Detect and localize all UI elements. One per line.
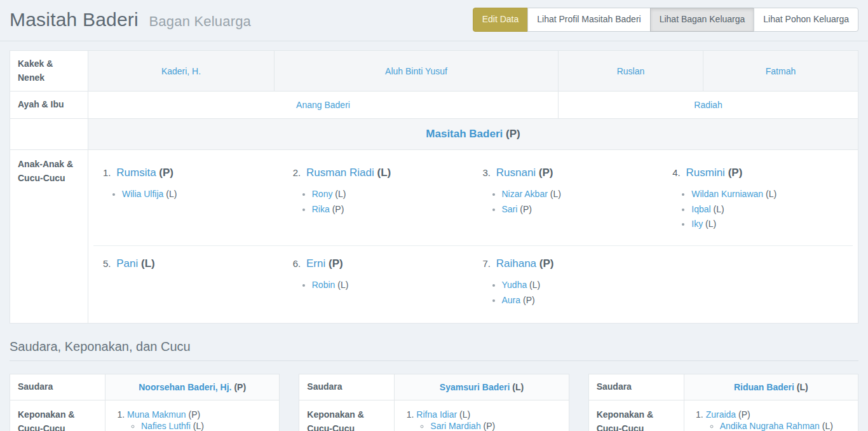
grandchild-gender: (L)	[337, 280, 348, 290]
grandchild-gender: (L)	[705, 219, 716, 229]
grandparent-cell: Aluh Binti Yusuf	[275, 50, 559, 91]
child-number: 4.	[672, 167, 681, 178]
grandchild-link[interactable]: Rika	[312, 204, 330, 214]
mother-link[interactable]: Radiah	[694, 100, 722, 110]
grandparent-cell: Ruslan	[559, 50, 703, 91]
child-name-link[interactable]: Rusnani	[496, 167, 536, 179]
grandchild-gender: (L)	[714, 204, 724, 214]
self-row: Masitah Baderi (P)	[10, 118, 858, 149]
view-family-chart-button[interactable]: Lihat Bagan Keluarga	[650, 8, 755, 32]
page-subtitle: Bagan Keluarga	[149, 13, 251, 29]
nephews-row: Keponakan & Cucu-Cucu Zuraida (P) Andika…	[588, 400, 858, 431]
grandchild-gender: (L)	[335, 189, 346, 199]
grandchild-gender: (L)	[529, 280, 540, 290]
nephew-link[interactable]: Rifna Idiar	[416, 409, 457, 420]
page-content: Kakek & Nenek Kaderi, H. Aluh Binti Yusu…	[0, 50, 868, 431]
view-profile-button[interactable]: Lihat Profil Masitah Baderi	[527, 8, 650, 32]
view-family-tree-button[interactable]: Lihat Pohon Keluarga	[754, 8, 858, 32]
parents-label: Ayah & Ibu	[10, 92, 88, 119]
child-gender: (L)	[377, 167, 391, 179]
nephew-link[interactable]: Zuraida	[706, 409, 736, 420]
child-block: 7. Raihana (P) Yudha (L) Aura (P)	[473, 246, 663, 313]
nephew-child-link[interactable]: Nafies Luthfi	[141, 421, 191, 431]
sibling-name-row: Saudara Syamsuri Baderi (L)	[299, 374, 569, 400]
child-name-link[interactable]: Rusmini	[686, 167, 725, 179]
child-gender: (L)	[141, 257, 155, 270]
sibling-label: Saudara	[10, 374, 105, 400]
grandchild-link[interactable]: Wilia Ulfija	[122, 189, 163, 199]
nephew-child-item: Sari Mardiah (P)	[430, 421, 563, 431]
child-heading: 2. Rusman Riadi (L)	[293, 167, 464, 179]
self-name-link[interactable]: Masitah Baderi	[426, 128, 503, 140]
grandchildren-list: Wilia Ulfija (L)	[103, 187, 274, 202]
sibling-name-cell: Riduan Baderi (L)	[684, 374, 858, 400]
nephews-row: Keponakan & Cucu-Cucu Rifna Idiar (L) Sa…	[299, 400, 569, 431]
self-gender: (P)	[506, 128, 520, 140]
nephew-child-item: Andika Nugraha Rahman (L)	[720, 421, 853, 431]
sibling-gender: (L)	[797, 382, 808, 392]
grandchild-link[interactable]: Sari	[502, 204, 518, 214]
sibling-name-cell: Syamsuri Baderi (L)	[395, 374, 569, 400]
child-block: 3. Rusnani (P) Nizar Akbar (L) Sari (	[473, 155, 663, 243]
child-heading: 3. Rusnani (P)	[483, 167, 654, 179]
grandchild-gender: (L)	[166, 189, 177, 199]
nephew-link[interactable]: Muna Makmun	[127, 409, 186, 420]
edit-data-button[interactable]: Edit Data	[473, 8, 529, 32]
child-block: 2. Rusman Riadi (L) Rony (L) Rika (P)	[283, 155, 473, 243]
child-heading: 5. Pani (L)	[103, 257, 274, 270]
sibling-name-link[interactable]: Riduan Baderi	[734, 382, 794, 392]
nephew-child-gender: (L)	[193, 421, 204, 431]
grandparents-row: Kakek & Nenek Kaderi, H. Aluh Binti Yusu…	[10, 50, 858, 91]
children-grid: 1. Rumsita (P) Wilia Ulfija (L)	[93, 155, 853, 313]
grandchild-link[interactable]: Rony	[312, 189, 333, 199]
grandchild-link[interactable]: Nizar Akbar	[502, 189, 548, 199]
nephews-cell: Zuraida (P) Andika Nugraha Rahman (L)	[684, 400, 858, 431]
nephew-gender: (P)	[188, 409, 200, 420]
child-block: 1. Rumsita (P) Wilia Ulfija (L)	[93, 155, 283, 243]
grandchildren-list: Nizar Akbar (L) Sari (P)	[483, 187, 654, 216]
grandchild-item: Iqbal (L)	[691, 202, 843, 217]
child-name-link[interactable]: Rumsita	[116, 167, 156, 179]
grandparent-link[interactable]: Kaderi, H.	[161, 66, 201, 76]
grandchild-gender: (P)	[523, 295, 535, 305]
grandchild-link[interactable]: Iky	[691, 219, 703, 229]
grandparent-link[interactable]: Aluh Binti Yusuf	[385, 66, 447, 76]
nephew-children-list: Andika Nugraha Rahman (L)	[706, 421, 853, 431]
child-name-link[interactable]: Raihana	[496, 257, 536, 270]
sibling-table: Saudara Riduan Baderi (L) Keponakan & Cu…	[588, 374, 858, 431]
nephew-child-gender: (P)	[484, 421, 496, 431]
child-heading: 1. Rumsita (P)	[103, 167, 274, 179]
grandchild-link[interactable]: Robin	[312, 280, 336, 290]
grandchild-link[interactable]: Aura	[502, 295, 521, 305]
sibling-name-link[interactable]: Syamsuri Baderi	[440, 382, 510, 392]
family-chart-table: Kakek & Nenek Kaderi, H. Aluh Binti Yusu…	[10, 50, 858, 324]
child-block: 4. Rusmini (P) Wildan Kurniawan (L) Iqba…	[663, 155, 853, 243]
grandchildren-list: Yudha (L) Aura (P)	[483, 278, 654, 307]
father-link[interactable]: Anang Baderi	[296, 100, 350, 110]
grandchild-gender: (P)	[332, 204, 344, 214]
child-gender: (P)	[539, 167, 553, 179]
grandchild-link[interactable]: Yudha	[502, 280, 527, 290]
child-gender: (P)	[539, 257, 554, 270]
child-block: 6. Erni (P) Robin (L)	[283, 246, 473, 313]
nephews-label: Keponakan & Cucu-Cucu	[588, 400, 684, 431]
nephew-item: Zuraida (P) Andika Nugraha Rahman (L)	[706, 409, 853, 431]
grandchildren-list: Robin (L)	[293, 278, 464, 292]
grandchild-gender: (L)	[550, 189, 561, 199]
children-row: Anak-Anak & Cucu-Cucu 1. Rumsita (P) Wil…	[10, 149, 858, 323]
child-name-link[interactable]: Rusman Riadi	[306, 167, 374, 179]
child-number: 6.	[293, 258, 301, 269]
child-name-link[interactable]: Erni	[306, 257, 325, 270]
grandparent-link[interactable]: Ruslan	[617, 66, 645, 76]
nephew-child-link[interactable]: Sari Mardiah	[430, 421, 480, 431]
child-name-link[interactable]: Pani	[116, 257, 138, 270]
nephew-child-link[interactable]: Andika Nugraha Rahman	[720, 421, 820, 431]
grandchildren-list: Rony (L) Rika (P)	[293, 187, 464, 216]
grandchild-item: Yudha (L)	[502, 278, 654, 292]
sibling-name-link[interactable]: Noorsehan Baderi, Hj.	[139, 382, 231, 392]
grandchild-link[interactable]: Wildan Kurniawan	[691, 189, 763, 199]
grandchild-link[interactable]: Iqbal	[691, 204, 710, 214]
sibling-name-cell: Noorsehan Baderi, Hj. (P)	[105, 374, 280, 400]
children-cell: 1. Rumsita (P) Wilia Ulfija (L)	[88, 149, 858, 323]
grandparent-link[interactable]: Fatmah	[766, 66, 796, 76]
